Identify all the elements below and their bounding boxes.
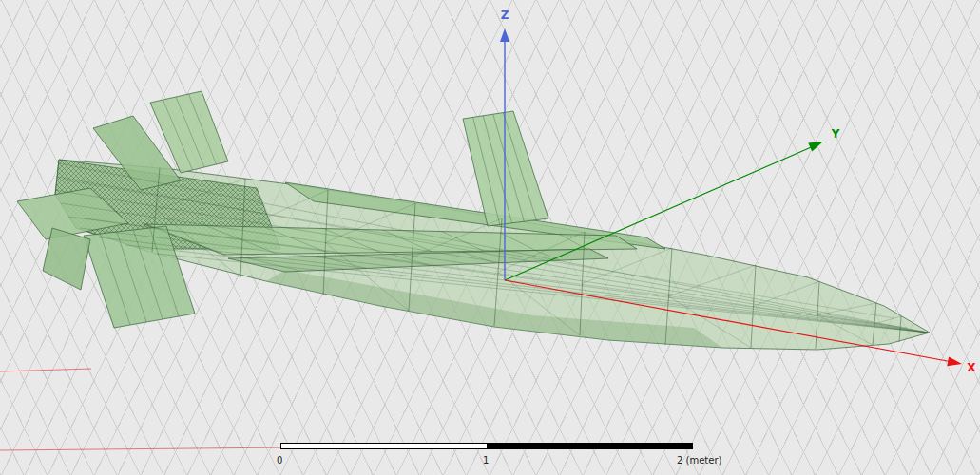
scale-label-1: 1 [483,455,489,466]
tail-fin-lower-rear [43,228,90,290]
scale-label-0: 0 [277,455,282,466]
scene-canvas: Z Y X [0,0,980,475]
y-axis-label: Y [831,127,840,141]
x-axis-arrowhead-icon [947,356,963,369]
missile-model[interactable] [17,91,930,350]
scale-bar [280,443,693,449]
grid-red-line [0,369,91,371]
scale-bar-segment-white [280,443,488,449]
z-axis-label: Z [501,9,509,22]
grid-accent-lines [0,369,290,450]
z-axis-arrowhead-icon [500,28,509,42]
viewport-3d[interactable]: Z Y X 0 1 2 (meter) [0,0,980,475]
x-axis-label: X [967,361,976,374]
scale-label-2: 2 (meter) [677,455,721,466]
grid-red-line [0,447,290,450]
scale-bar-segment-black [488,443,694,449]
y-axis-arrowhead-icon [808,137,825,151]
